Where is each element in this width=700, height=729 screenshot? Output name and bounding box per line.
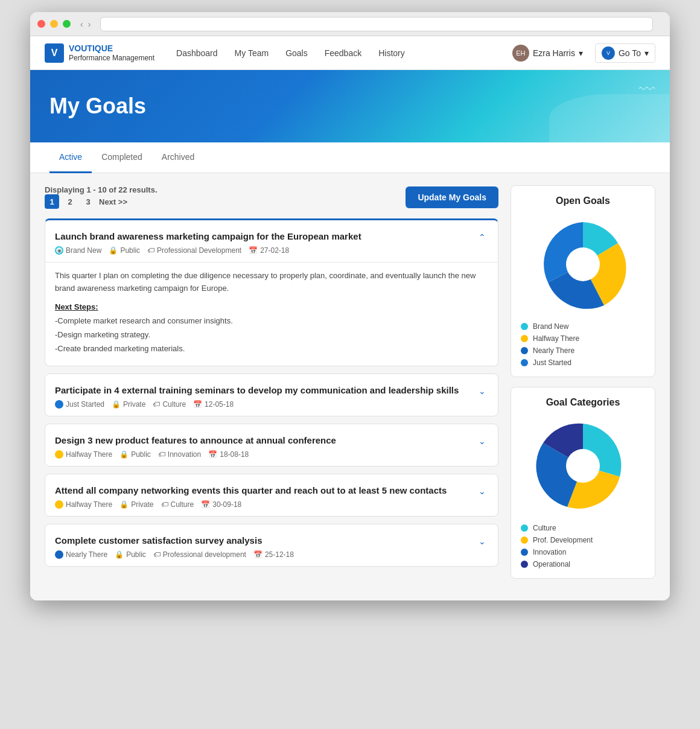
close-button[interactable] — [37, 20, 45, 28]
next-step: -Design marketing strategy. — [55, 328, 488, 342]
open-goals-title: Open Goals — [521, 196, 645, 206]
legend-color — [521, 524, 528, 532]
goal-header[interactable]: Participate in 4 external training semin… — [45, 374, 498, 416]
goal-categories-chart — [521, 418, 645, 514]
legend-operational: Operational — [521, 560, 645, 568]
goal-status: ◉ Brand New — [55, 246, 101, 255]
tag-icon: 🏷 — [158, 450, 165, 459]
user-name: Ezra Harris — [533, 48, 575, 58]
goal-category: 🏷 Culture — [153, 400, 186, 409]
page-1[interactable]: 1 — [45, 194, 59, 209]
calendar-icon: 📅 — [193, 400, 202, 409]
goal-meta: Just Started 🔒 Private 🏷 Culture — [55, 400, 459, 409]
update-goals-button[interactable]: Update My Goals — [406, 186, 498, 208]
lock-icon: 🔒 — [112, 400, 121, 409]
nav-dashboard[interactable]: Dashboard — [169, 43, 225, 63]
nav-goals[interactable]: Goals — [278, 43, 315, 63]
goal-body: This quarter I plan on completing the du… — [45, 262, 498, 366]
goal-visibility: 🔒 Private — [119, 500, 153, 509]
goto-icon: V — [602, 46, 615, 60]
goal-card: Attend all company networking events thi… — [45, 474, 498, 517]
next-steps-label: Next Steps: — [55, 302, 488, 311]
next-steps-list: -Complete market research and consumer i… — [55, 314, 488, 356]
goal-categories-pie — [535, 418, 631, 514]
minimize-button[interactable] — [50, 20, 58, 28]
maximize-button[interactable] — [63, 20, 71, 28]
tab-archived[interactable]: Archived — [152, 142, 204, 173]
calendar-icon: 📅 — [208, 450, 217, 459]
legend-color — [521, 536, 528, 544]
legend-prof-dev: Prof. Development — [521, 536, 645, 544]
legend-culture: Culture — [521, 524, 645, 532]
chevron-down-icon[interactable]: ⌄ — [476, 534, 488, 549]
goal-title: Complete customer satisfaction survey an… — [55, 534, 294, 547]
open-goals-chart — [521, 216, 645, 313]
chevron-down-icon[interactable]: ⌄ — [476, 434, 488, 448]
page-2[interactable]: 2 — [63, 194, 77, 209]
goal-card: Participate in 4 external training semin… — [45, 374, 498, 416]
goal-category: 🏷 Innovation — [158, 450, 201, 459]
chevron-down-icon[interactable]: ⌄ — [476, 384, 488, 398]
legend-color — [521, 347, 528, 354]
app-window: ‹ › V VOUTIQUE Performance Management Da… — [30, 12, 670, 600]
user-menu[interactable]: EH Ezra Harris ▾ — [508, 42, 588, 64]
nav-history[interactable]: History — [371, 43, 412, 63]
open-goals-card: Open Goals — [511, 185, 655, 377]
navbar: V VOUTIQUE Performance Management Dashbo… — [30, 36, 670, 70]
svg-point-0 — [566, 247, 600, 281]
goal-categories-title: Goal Categories — [521, 397, 645, 408]
nav-my-team[interactable]: My Team — [228, 43, 276, 63]
goal-header[interactable]: Design 3 new product features to announc… — [45, 424, 498, 466]
goal-meta: ◉ Brand New 🔒 Public 🏷 Professional Deve — [55, 246, 361, 255]
legend-color — [521, 549, 528, 556]
goal-header[interactable]: Complete customer satisfaction survey an… — [45, 524, 498, 566]
main-layout: Displaying 1 - 10 of 22 results. 1 2 3 N… — [30, 173, 670, 600]
wave-icon: 〰 — [638, 80, 655, 100]
goal-status: Halfway There — [55, 450, 112, 459]
goal-header[interactable]: Launch brand awareness marketing campaig… — [45, 220, 498, 262]
logo-icon: V — [45, 43, 64, 63]
goal-title: Attend all company networking events thi… — [55, 484, 447, 497]
goal-visibility: 🔒 Public — [115, 550, 146, 559]
goal-meta: Halfway There 🔒 Public 🏷 Innovation — [55, 450, 336, 459]
goto-button[interactable]: V Go To ▾ — [595, 43, 655, 63]
chevron-up-icon[interactable]: ⌃ — [476, 230, 488, 244]
goal-date: 📅 18-08-18 — [208, 450, 249, 459]
goal-status: Halfway There — [55, 500, 112, 509]
address-bar[interactable] — [100, 17, 653, 31]
lock-icon: 🔒 — [109, 246, 118, 255]
tag-icon: 🏷 — [147, 246, 154, 255]
open-goals-legend: Brand New Halfway There Nearly There — [521, 322, 645, 367]
goal-card: Design 3 new product features to announc… — [45, 424, 498, 466]
legend-color — [521, 561, 528, 568]
nav-links: Dashboard My Team Goals Feedback History — [169, 43, 508, 63]
legend-halfway: Halfway There — [521, 334, 645, 343]
legend-color — [521, 359, 528, 366]
back-icon[interactable]: ‹ — [80, 19, 83, 29]
tab-active[interactable]: Active — [49, 142, 92, 173]
chevron-down-icon[interactable]: ⌄ — [476, 484, 488, 498]
goal-categories-card: Goal Categories — [511, 387, 655, 579]
nav-feedback[interactable]: Feedback — [317, 43, 369, 63]
lock-icon: 🔒 — [119, 450, 129, 459]
goal-date: 📅 27-02-18 — [249, 246, 289, 255]
tabs-bar: Active Completed Archived — [30, 142, 670, 173]
goal-header[interactable]: Attend all company networking events thi… — [45, 474, 498, 516]
legend-color — [521, 323, 528, 330]
window-controls — [37, 20, 71, 28]
goals-column: Displaying 1 - 10 of 22 results. 1 2 3 N… — [45, 185, 498, 588]
legend-innovation: Innovation — [521, 548, 645, 556]
next-page[interactable]: Next >> — [99, 197, 127, 206]
status-icon — [55, 550, 63, 559]
tab-completed[interactable]: Completed — [92, 142, 152, 173]
forward-icon[interactable]: › — [88, 19, 91, 29]
user-chevron-icon: ▾ — [579, 48, 583, 58]
logo-text: VOUTIQUE Performance Management — [69, 43, 154, 63]
legend-nearly-there: Nearly There — [521, 346, 645, 355]
svg-point-1 — [566, 449, 600, 483]
goals-header: Displaying 1 - 10 of 22 results. 1 2 3 N… — [45, 185, 498, 209]
tag-icon: 🏷 — [153, 550, 161, 559]
page-3[interactable]: 3 — [81, 194, 95, 209]
nav-arrows: ‹ › — [80, 19, 91, 29]
goal-visibility: 🔒 Public — [109, 246, 140, 255]
